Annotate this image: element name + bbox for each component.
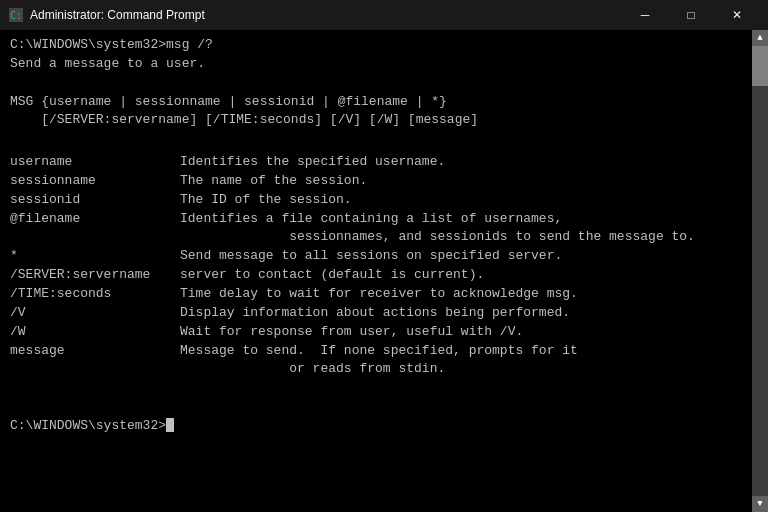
param-name-filename: @filename: [10, 210, 180, 248]
param-name-v: /V: [10, 304, 180, 323]
param-name-time: /TIME:seconds: [10, 285, 180, 304]
title-bar-left: C: Administrator: Command Prompt: [8, 7, 205, 23]
blank-line-1: [10, 379, 742, 398]
param-desc-message: Message to send. If none specified, prom…: [180, 342, 578, 380]
param-desc-filename: Identifies a file containing a list of u…: [180, 210, 695, 248]
scrollbar[interactable]: ▲ ▼: [752, 30, 768, 512]
param-name-username: username: [10, 153, 180, 172]
window-title: Administrator: Command Prompt: [30, 8, 205, 22]
table-row: @filename Identifies a file containing a…: [10, 210, 742, 248]
scroll-up-arrow[interactable]: ▲: [752, 30, 768, 46]
cmd-icon: C:: [8, 7, 24, 23]
scroll-down-arrow[interactable]: ▼: [752, 496, 768, 512]
scrollbar-track[interactable]: [752, 46, 768, 496]
table-row: /SERVER:servername server to contact (de…: [10, 266, 742, 285]
table-row: /W Wait for response from user, useful w…: [10, 323, 742, 342]
console-line-5: [/SERVER:servername] [/TIME:seconds] [/V…: [10, 111, 742, 130]
window: C: Administrator: Command Prompt ─ □ ✕ C…: [0, 0, 768, 512]
param-desc-username: Identifies the specified username.: [180, 153, 445, 172]
console-line-3: [10, 74, 742, 93]
prompt-text: C:\WINDOWS\system32>: [10, 418, 166, 433]
param-name-sessionname: sessionname: [10, 172, 180, 191]
window-controls: ─ □ ✕: [622, 0, 760, 30]
close-button[interactable]: ✕: [714, 0, 760, 30]
svg-text:C:: C:: [10, 10, 22, 21]
param-name-w: /W: [10, 323, 180, 342]
maximize-button[interactable]: □: [668, 0, 714, 30]
param-desc-w: Wait for response from user, useful with…: [180, 323, 523, 342]
blank-line-2: [10, 398, 742, 417]
minimize-button[interactable]: ─: [622, 0, 668, 30]
param-desc-time: Time delay to wait for receiver to ackno…: [180, 285, 578, 304]
table-row: username Identifies the specified userna…: [10, 153, 742, 172]
param-desc-sessionid: The ID of the session.: [180, 191, 352, 210]
console-line-1: C:\WINDOWS\system32>msg /?: [10, 36, 742, 55]
title-bar: C: Administrator: Command Prompt ─ □ ✕: [0, 0, 768, 30]
param-table: username Identifies the specified userna…: [10, 153, 742, 379]
param-desc-v: Display information about actions being …: [180, 304, 570, 323]
param-desc-sessionname: The name of the session.: [180, 172, 367, 191]
table-row: /V Display information about actions bei…: [10, 304, 742, 323]
table-row: message Message to send. If none specifi…: [10, 342, 742, 380]
param-desc-star: Send message to all sessions on specifie…: [180, 247, 562, 266]
param-name-message: message: [10, 342, 180, 380]
content-area: C:\WINDOWS\system32>msg /? Send a messag…: [0, 30, 768, 512]
scrollbar-thumb[interactable]: [752, 46, 768, 86]
console-line-4: MSG {username | sessionname | sessionid …: [10, 93, 742, 112]
console-line-2: Send a message to a user.: [10, 55, 742, 74]
table-row: * Send message to all sessions on specif…: [10, 247, 742, 266]
console-output: C:\WINDOWS\system32>msg /? Send a messag…: [0, 30, 752, 512]
console-line-6: [10, 130, 742, 149]
table-row: /TIME:seconds Time delay to wait for rec…: [10, 285, 742, 304]
command-prompt: C:\WINDOWS\system32>: [10, 417, 742, 436]
cursor: [166, 418, 174, 432]
param-desc-server: server to contact (default is current).: [180, 266, 484, 285]
param-name-star: *: [10, 247, 180, 266]
param-name-server: /SERVER:servername: [10, 266, 180, 285]
table-row: sessionname The name of the session.: [10, 172, 742, 191]
table-row: sessionid The ID of the session.: [10, 191, 742, 210]
param-name-sessionid: sessionid: [10, 191, 180, 210]
